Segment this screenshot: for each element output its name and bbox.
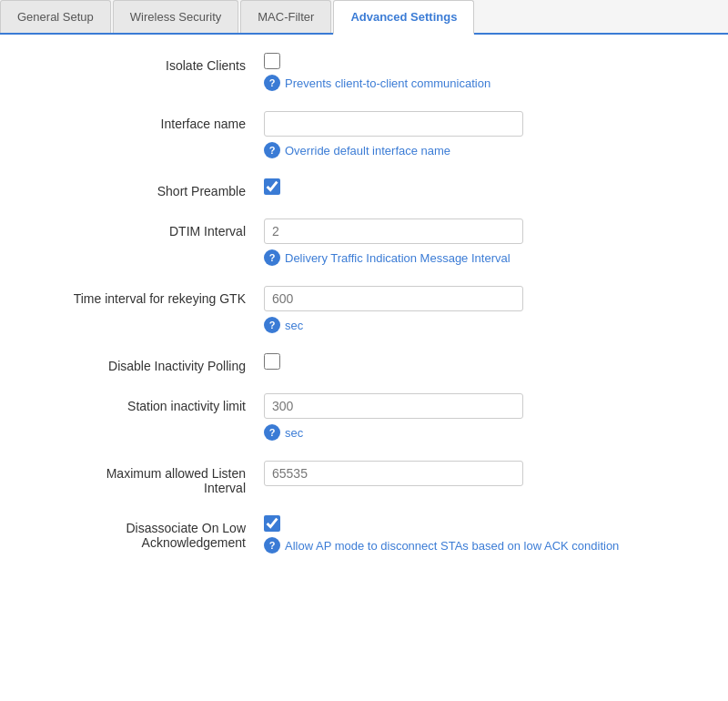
isolate-clients-group: ? Prevents client-to-client communicatio… [264,53,490,91]
station-inactivity-label: Station inactivity limit [27,393,264,413]
max-listen-interval-label: Maximum allowed Listen Interval [27,461,264,495]
station-inactivity-hint-text: sec [285,426,303,440]
interface-name-hint-text: Override default interface name [285,144,450,157]
isolate-clients-help-icon[interactable]: ? [264,75,280,91]
isolate-clients-row: Isolate Clients ? Prevents client-to-cli… [27,53,701,91]
tab-bar: General Setup Wireless Security MAC-Filt… [0,0,728,35]
station-inactivity-group: ? sec [264,393,523,441]
interface-name-group: ? Override default interface name [264,111,523,158]
dtim-interval-help-icon[interactable]: ? [264,249,280,266]
dtim-interval-input[interactable] [264,218,523,244]
interface-name-label: Interface name [27,111,264,131]
station-inactivity-input[interactable] [264,393,523,419]
tab-mac-filter[interactable]: MAC-Filter [240,0,331,33]
gtk-rekey-row: Time interval for rekeying GTK ? sec [27,286,701,333]
interface-name-row: Interface name ? Override default interf… [27,111,701,158]
disassociate-low-ack-checkbox[interactable] [264,515,280,532]
tab-general-setup[interactable]: General Setup [0,0,111,33]
gtk-rekey-hint: ? sec [264,317,523,333]
gtk-rekey-help-icon[interactable]: ? [264,317,280,333]
gtk-rekey-group: ? sec [264,286,523,333]
disassociate-low-ack-group: ? Allow AP mode to disconnect STAs based… [264,515,619,554]
dtim-interval-hint: ? Delivery Traffic Indication Message In… [264,249,523,266]
disassociate-low-ack-hint-text: Allow AP mode to disconnect STAs based o… [285,539,619,553]
advanced-settings-form: Isolate Clients ? Prevents client-to-cli… [0,35,728,592]
short-preamble-row: Short Preamble [27,178,701,198]
disable-inactivity-label: Disable Inactivity Polling [27,353,264,373]
gtk-rekey-label: Time interval for rekeying GTK [27,286,264,306]
max-listen-interval-row: Maximum allowed Listen Interval [27,461,701,495]
disassociate-low-ack-hint: ? Allow AP mode to disconnect STAs based… [264,537,619,554]
station-inactivity-row: Station inactivity limit ? sec [27,393,701,441]
dtim-interval-group: ? Delivery Traffic Indication Message In… [264,218,523,266]
disable-inactivity-row: Disable Inactivity Polling [27,353,701,373]
interface-name-hint: ? Override default interface name [264,142,523,158]
isolate-clients-hint-text: Prevents client-to-client communication [285,76,490,90]
interface-name-input[interactable] [264,111,523,137]
disassociate-low-ack-row: Disassociate On Low Acknowledgement ? Al… [27,515,701,554]
station-inactivity-hint: ? sec [264,424,523,441]
disable-inactivity-group [264,353,280,370]
disassociate-low-ack-help-icon[interactable]: ? [264,537,280,554]
isolate-clients-label: Isolate Clients [27,53,264,73]
short-preamble-checkbox[interactable] [264,178,280,195]
disable-inactivity-checkbox[interactable] [264,353,280,370]
isolate-clients-hint: ? Prevents client-to-client communicatio… [264,75,490,91]
disassociate-low-ack-label: Disassociate On Low Acknowledgement [27,515,264,550]
station-inactivity-help-icon[interactable]: ? [264,424,280,441]
max-listen-interval-group [264,461,523,486]
short-preamble-group [264,178,280,195]
interface-name-help-icon[interactable]: ? [264,142,280,158]
isolate-clients-checkbox[interactable] [264,53,280,69]
dtim-interval-label: DTIM Interval [27,218,264,239]
gtk-rekey-hint-text: sec [285,319,303,332]
dtim-interval-hint-text: Delivery Traffic Indication Message Inte… [285,251,511,265]
gtk-rekey-input[interactable] [264,286,523,311]
dtim-interval-row: DTIM Interval ? Delivery Traffic Indicat… [27,218,701,266]
max-listen-interval-input[interactable] [264,461,523,486]
short-preamble-label: Short Preamble [27,178,264,198]
tab-wireless-security[interactable]: Wireless Security [113,0,238,33]
tab-advanced-settings[interactable]: Advanced Settings [333,0,474,35]
